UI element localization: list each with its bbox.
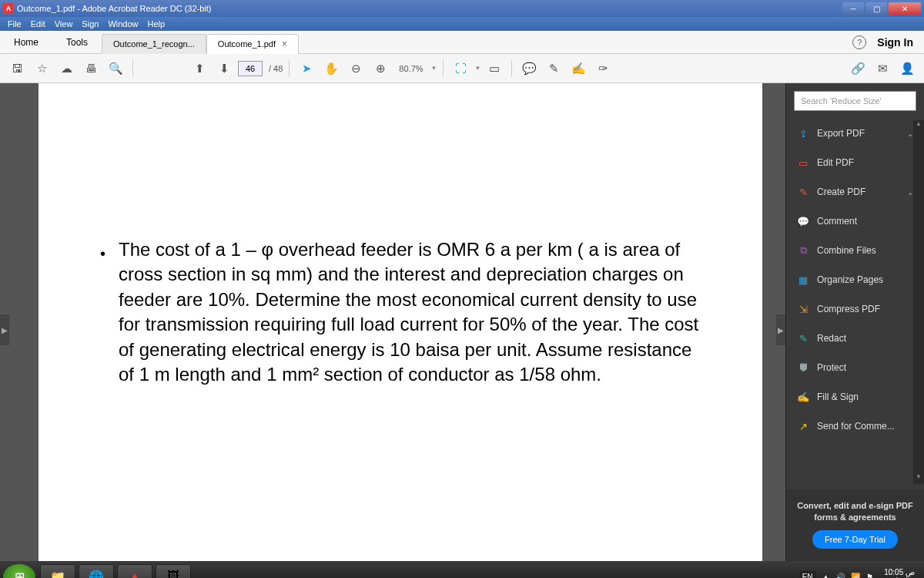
tool-label: Send for Comme... (817, 421, 913, 432)
chevron-down-icon: ⌄ (907, 188, 913, 197)
hand-tool-icon[interactable]: ✋ (320, 58, 342, 79)
language-indicator[interactable]: EN (799, 571, 816, 579)
zoom-out-icon[interactable]: ⊖ (345, 58, 367, 79)
tool-label: Create PDF (817, 187, 899, 197)
task-explorer-icon[interactable]: 📁 (40, 564, 75, 578)
tool-icon: ▭ (797, 156, 809, 169)
help-icon[interactable]: ? (852, 35, 866, 49)
sign-icon[interactable]: ✍ (567, 58, 589, 79)
tools-pane-toggle-right[interactable]: ▶ (776, 314, 785, 345)
promo-text: Convert, edit and e-sign PDF forms & agr… (794, 500, 916, 523)
window-maximize-button[interactable]: ▢ (865, 2, 887, 15)
scroll-up-icon[interactable]: ▲ (913, 120, 924, 131)
tool-icon: ⧉ (797, 244, 809, 257)
start-button[interactable]: ⊞ (3, 564, 35, 578)
close-icon[interactable]: × (282, 39, 287, 49)
tools-panel: Search 'Reduce Size' ⇪Export PDF⌄▭Edit P… (785, 83, 924, 561)
read-mode-icon[interactable]: ▭ (484, 58, 505, 79)
tool-icon: ⇲ (797, 303, 809, 315)
search-icon[interactable]: 🔍 (105, 58, 126, 79)
document-tab-2[interactable]: Outcome_1.pdf × (206, 34, 299, 54)
tray-caret-icon[interactable]: ▲ (822, 573, 830, 579)
menu-view[interactable]: View (50, 19, 78, 29)
window-minimize-button[interactable]: ─ (842, 2, 864, 15)
tab-home[interactable]: Home (0, 31, 52, 53)
tool-label: Compress PDF (817, 304, 913, 314)
tool-item-export-pdf[interactable]: ⇪Export PDF⌄ (786, 119, 924, 148)
scroll-down-icon[interactable]: ▼ (913, 473, 924, 484)
menu-sign[interactable]: Sign (77, 19, 103, 29)
share-link-icon[interactable]: 🔗 (847, 58, 869, 79)
sign-in-button[interactable]: Sign In (877, 36, 913, 49)
tool-item-organize-pages[interactable]: ▦Organize Pages (786, 265, 924, 294)
tool-label: Protect (817, 362, 913, 373)
tab-tools[interactable]: Tools (52, 31, 102, 53)
promo-panel: Convert, edit and e-sign PDF forms & agr… (786, 489, 924, 561)
tool-icon: ✎ (797, 332, 809, 344)
menu-edit[interactable]: Edit (26, 19, 50, 29)
menu-help[interactable]: Help (143, 19, 170, 29)
tool-icon: ✎ (797, 186, 809, 198)
zoom-dropdown-icon[interactable]: ▼ (431, 65, 437, 72)
fit-width-icon[interactable]: ⛶ (450, 58, 471, 79)
tool-label: Organize Pages (817, 274, 913, 285)
fit-dropdown-icon[interactable]: ▼ (474, 65, 480, 72)
document-tab-1[interactable]: Outcome_1_recogn... (102, 34, 206, 54)
stamp-icon[interactable]: ✑ (592, 58, 614, 79)
task-chrome-icon[interactable]: 🌐 (79, 564, 114, 578)
volume-icon[interactable]: 🔊 (835, 573, 845, 579)
tool-item-send-for-comme-[interactable]: ↗Send for Comme... (786, 412, 924, 441)
tool-item-create-pdf[interactable]: ✎Create PDF⌄ (786, 177, 924, 207)
window-close-button[interactable]: ✕ (889, 2, 921, 15)
menu-bar: File Edit View Sign Window Help (0, 17, 924, 31)
tool-icon: ⛊ (797, 361, 809, 374)
selection-tool-icon[interactable]: ➤ (296, 58, 317, 79)
tool-item-combine-files[interactable]: ⧉Combine Files (786, 236, 924, 265)
highlight-icon[interactable]: ✎ (543, 58, 564, 79)
more-tools-icon[interactable]: 👤 (896, 58, 918, 79)
zoom-in-icon[interactable]: ⊕ (370, 58, 391, 79)
email-icon[interactable]: ✉ (872, 58, 893, 79)
paragraph-text: The cost of a 1 – φ overhead feeder is O… (119, 239, 698, 385)
toolbar: 🖫 ☆ ☁ 🖶 🔍 ⬆ ⬇ / 48 ➤ ✋ ⊖ ⊕ 80.7% ▼ ⛶ ▼ ▭… (0, 54, 924, 83)
tool-item-protect[interactable]: ⛊Protect (786, 353, 924, 382)
menu-window[interactable]: Window (103, 19, 142, 29)
tool-item-fill-sign[interactable]: ✍Fill & Sign (786, 382, 924, 412)
menu-file[interactable]: File (3, 19, 26, 29)
document-paragraph: • The cost of a 1 – φ overhead feeder is… (100, 237, 708, 387)
print-icon[interactable]: 🖶 (80, 58, 102, 79)
task-pictures-icon[interactable]: 🖼 (156, 564, 191, 578)
chevron-down-icon: ⌄ (907, 129, 913, 138)
comment-icon[interactable]: 💬 (518, 58, 540, 79)
tool-icon: ✍ (797, 391, 809, 403)
tool-item-compress-pdf[interactable]: ⇲Compress PDF (786, 294, 924, 324)
tool-icon: ⇪ (797, 127, 809, 139)
tool-icon: ▦ (797, 274, 809, 286)
tool-label: Fill & Sign (817, 391, 913, 402)
task-acrobat-icon[interactable]: ▲ (117, 564, 152, 578)
nav-pane-toggle-left[interactable]: ▶ (0, 314, 9, 345)
tool-item-edit-pdf[interactable]: ▭Edit PDF (786, 148, 924, 177)
clock[interactable]: 10:05 ص ٢٠٢١/٠٥/٢٢ (879, 568, 915, 578)
zoom-level-label: 80.7% (394, 64, 427, 73)
document-tab-1-label: Outcome_1_recogn... (113, 39, 195, 49)
page-total-label: / 48 (269, 64, 283, 73)
save-icon[interactable]: 🖫 (6, 58, 28, 79)
network-icon[interactable]: 📶 (851, 573, 860, 579)
clock-time: 10:05 ص (879, 568, 915, 576)
star-icon[interactable]: ☆ (31, 58, 52, 79)
system-tray: EN ▲ 🔊 📶 ⚑ 10:05 ص ٢٠٢١/٠٥/٢٢ (799, 568, 921, 578)
tools-scrollbar[interactable]: ▲ ▼ (913, 120, 924, 484)
acrobat-app-icon: A (3, 3, 14, 14)
flag-icon[interactable]: ⚑ (866, 573, 873, 579)
tool-item-redact[interactable]: ✎Redact (786, 324, 924, 353)
page-number-input[interactable] (238, 61, 263, 76)
page-down-icon[interactable]: ⬇ (213, 58, 235, 79)
document-viewport[interactable]: ▶ • The cost of a 1 – φ overhead feeder … (0, 83, 785, 561)
tools-search-input[interactable]: Search 'Reduce Size' (794, 91, 916, 111)
page-up-icon[interactable]: ⬆ (189, 58, 210, 79)
tool-item-comment[interactable]: 💬Comment (786, 207, 924, 236)
cloud-icon[interactable]: ☁ (55, 58, 77, 79)
tab-bar: Home Tools Outcome_1_recogn... Outcome_1… (0, 31, 924, 54)
free-trial-button[interactable]: Free 7-Day Trial (812, 530, 898, 549)
